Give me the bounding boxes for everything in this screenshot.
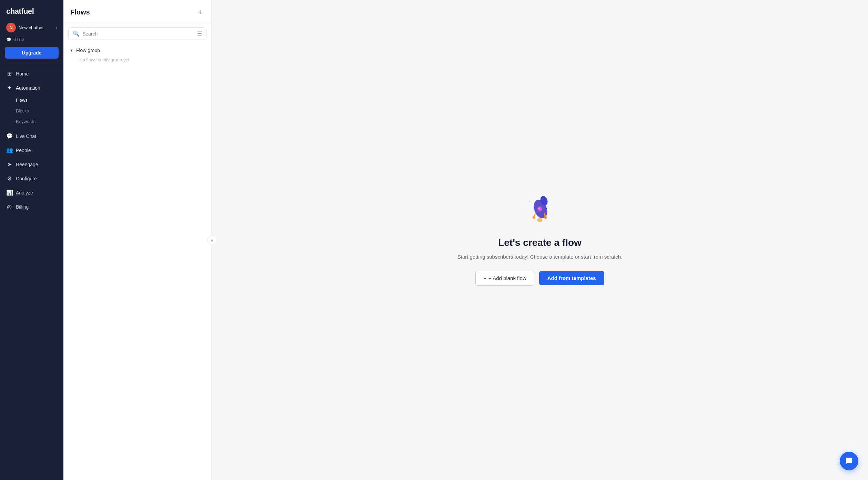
- credits-row: 💬 0 / 50: [0, 36, 63, 46]
- analyze-icon: 📊: [6, 189, 12, 196]
- svg-point-9: [529, 201, 530, 202]
- credits-icon: 💬: [6, 37, 11, 42]
- chatbot-selector[interactable]: N New chatbot ›: [2, 21, 61, 34]
- chatbot-name: New chatbot: [19, 25, 53, 30]
- sidebar-item-live-chat[interactable]: 💬 Live Chat: [0, 129, 63, 143]
- empty-state-title: Let's create a flow: [498, 237, 582, 248]
- app-logo: chatfuel: [0, 0, 63, 21]
- sidebar-sub-item-flows[interactable]: Flows: [0, 95, 63, 106]
- filter-icon[interactable]: ☰: [197, 30, 202, 37]
- chatbot-avatar: N: [6, 23, 16, 32]
- add-blank-flow-label: + Add blank flow: [488, 275, 526, 281]
- automation-icon: ✦: [6, 84, 12, 91]
- live-chat-icon: 💬: [6, 133, 12, 139]
- collapse-panel-button[interactable]: «: [207, 235, 217, 245]
- chat-bubble-icon: [845, 457, 854, 466]
- sidebar-item-analyze-label: Analyze: [16, 190, 33, 196]
- upgrade-button[interactable]: Upgrade: [5, 47, 59, 59]
- credits-count: 0 / 50: [13, 37, 24, 42]
- sidebar-item-live-chat-label: Live Chat: [16, 133, 36, 139]
- sidebar-item-people-label: People: [16, 148, 31, 153]
- sidebar-item-automation[interactable]: ✦ Automation: [0, 81, 63, 95]
- flow-group-arrow-icon: ▼: [70, 48, 73, 52]
- svg-point-8: [538, 219, 542, 222]
- sidebar-item-people[interactable]: 👥 People: [0, 143, 63, 157]
- empty-state: Let's create a flow Start getting subscr…: [457, 194, 623, 286]
- sidebar-item-reengage[interactable]: ➤ Reengage: [0, 157, 63, 171]
- add-blank-flow-button[interactable]: + + Add blank flow: [475, 271, 534, 286]
- svg-marker-5: [532, 212, 536, 219]
- sidebar-divider: [0, 65, 63, 65]
- flows-search-bar: 🔍 ☰: [68, 27, 206, 40]
- plus-icon: +: [483, 275, 486, 281]
- sidebar-item-home[interactable]: ⊞ Home: [0, 67, 63, 81]
- empty-state-actions: + + Add blank flow Add from templates: [475, 271, 604, 286]
- svg-point-10: [551, 204, 552, 206]
- sidebar-item-billing-label: Billing: [16, 204, 29, 210]
- sidebar-item-reengage-label: Reengage: [16, 162, 38, 167]
- svg-point-4: [538, 208, 540, 209]
- flow-group-empty-message: No flows in this group yet: [63, 55, 211, 64]
- search-icon: 🔍: [73, 30, 80, 37]
- livechat-bubble[interactable]: [840, 452, 858, 470]
- home-icon: ⊞: [6, 70, 12, 77]
- svg-point-3: [538, 207, 542, 211]
- automation-sub-items: Flows Blocks Keywords: [0, 95, 63, 129]
- sidebar-sub-item-blocks[interactable]: Blocks: [0, 106, 63, 116]
- flow-group-label: Flow group: [76, 48, 100, 53]
- svg-point-11: [527, 213, 528, 214]
- chevron-right-icon: ›: [56, 25, 57, 30]
- sidebar-item-home-label: Home: [16, 71, 29, 77]
- sidebar-sub-item-keywords[interactable]: Keywords: [0, 116, 63, 127]
- people-icon: 👥: [6, 147, 12, 153]
- empty-state-subtitle: Start getting subscribers today! Choose …: [457, 253, 623, 261]
- reengage-icon: ➤: [6, 161, 12, 168]
- add-flow-button[interactable]: +: [196, 8, 204, 17]
- flow-group-header[interactable]: ▼ Flow group: [63, 43, 211, 55]
- sidebar-item-analyze[interactable]: 📊 Analyze: [0, 186, 63, 200]
- search-input[interactable]: [82, 31, 194, 37]
- flows-title: Flows: [70, 8, 90, 16]
- flows-panel: Flows + 🔍 ☰ ▼ Flow group No flows in thi…: [63, 0, 212, 480]
- flows-header: Flows +: [63, 0, 211, 22]
- rocket-illustration: [523, 194, 557, 229]
- sidebar: chatfuel N New chatbot › 💬 0 / 50 Upgrad…: [0, 0, 63, 480]
- sidebar-item-billing[interactable]: ◎ Billing: [0, 200, 63, 214]
- main-content: Let's create a flow Start getting subscr…: [212, 0, 868, 480]
- sidebar-item-automation-label: Automation: [16, 85, 40, 91]
- billing-icon: ◎: [6, 203, 12, 210]
- sidebar-item-configure-label: Configure: [16, 176, 37, 181]
- configure-icon: ⚙: [6, 175, 12, 182]
- add-from-templates-button[interactable]: Add from templates: [539, 271, 604, 285]
- sidebar-item-configure[interactable]: ⚙ Configure: [0, 171, 63, 186]
